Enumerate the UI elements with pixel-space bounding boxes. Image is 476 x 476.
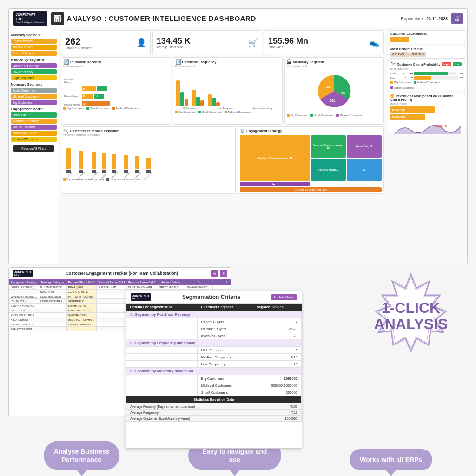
kpi-customers: 262 Total # of customers 👤	[61, 30, 151, 55]
kpi-customers-label: Total # of customers	[65, 46, 92, 50]
volume-discount-btn[interactable]: Volume Discount...	[11, 125, 57, 130]
segmentation-screenshot: JUMPSTARTEXO Segmentation Criteria Updat…	[126, 291, 302, 449]
recency-bar-chart: DormantBuyers Recent Buyers Inactive Buy…	[63, 69, 169, 106]
kpi-sales-label: Total Sales	[268, 46, 308, 49]
bubble-erp: Works with all ERPs	[350, 449, 432, 470]
frequency-legend: Big Customers Small Customers Midlevel C…	[175, 111, 281, 113]
monetary-segment-card: 🏛 Monetary Segment (# of customers)	[284, 57, 384, 125]
behavior-bar-chart: LARGE BAY TOTAL BRAND RELAX MEDI	[63, 138, 233, 177]
dashboard-header: JUMPSTART EXO Sales Intelligence Solutio…	[9, 9, 467, 28]
thanksgiving-btn[interactable]: Thanksgiving Disc...	[11, 131, 57, 136]
dashboard-sidebar: Recency Segment Recent Buyers Inactive B…	[9, 28, 59, 264]
customers-icon: 👤	[136, 38, 146, 48]
segmentation-table: Criteria For Segmentation Customer Segme…	[126, 304, 302, 422]
high-freq-btn[interactable]: High Frequency	[11, 75, 57, 80]
tracker-download-icon[interactable]: ⬇	[220, 270, 227, 277]
churn-title: 🔭 Customer Churn Probability High Low	[390, 62, 463, 66]
starburst-container: 1-CLICK ANALYSIS	[364, 270, 457, 363]
most-bought-card: Most Bought Product GST CASH... GST SALE	[388, 46, 465, 59]
tracker-header: JUMPSTARTEXO Customer Engagement Tracker…	[9, 268, 231, 279]
remove-filters-btn[interactable]: Remove All Filters	[13, 145, 54, 152]
purchase-frequency-card: 🔃 Purchase Frequency (# of customers)	[173, 57, 283, 125]
recency-title: Purchase Recency	[70, 60, 101, 64]
report-date: Report date : 23-11-2023	[401, 16, 448, 21]
behavior-legend: Avg Purchase Duration (In days) Days Sin…	[63, 178, 233, 181]
product-btn-2: GST SALE	[410, 52, 427, 57]
seg-row: Low Frequency 10	[126, 361, 302, 368]
whatsapp-btn[interactable]: Whatsapp message	[11, 119, 57, 124]
kpi-order-value: 134.45 K	[157, 37, 191, 46]
svg-text:52221.84 K: 52221.84 K	[436, 125, 447, 127]
seg-logo: JUMPSTARTEXO	[131, 293, 151, 301]
seg-row: Big Customers 1000000	[126, 375, 302, 382]
badge-text: 1-CLICK ANALYSIS	[374, 300, 448, 332]
svg-text:51: 51	[326, 85, 330, 88]
medium-freq-btn[interactable]: Medium Frequency	[11, 63, 57, 68]
seg-col-criteria: Criteria For Segmentation	[126, 304, 198, 311]
engagement-treemap: Product Offer message, 41 Volume Disco..…	[240, 135, 382, 186]
revenue-card: 📶 Revenue at Risk (based on Customer Chu…	[388, 93, 465, 134]
kpi-row: 262 Total # of customers 👤 134.45 K Aver…	[61, 30, 384, 55]
seg-section-b: B. Segment by Frequency dimension	[126, 339, 302, 347]
inactive-buyers-btn[interactable]: Inactive Buyers	[11, 45, 57, 50]
revenue-title: 📶 Revenue at Risk (based on Customer Chu…	[390, 94, 463, 101]
frequency-title: Frequency Segment	[11, 58, 57, 62]
seg-update-btn[interactable]: Update Model	[271, 294, 297, 300]
churn-high-badge: High	[442, 62, 451, 66]
revenue-chart: 507733.42 K 190690.97 K 52221.84 K 1,681…	[390, 106, 463, 134]
recency-legend: Big Customers Small Customers Midlevel C…	[63, 107, 169, 110]
seg-col-segment: Customer Segment	[197, 304, 253, 311]
seg-col-values: Segment Values	[253, 304, 301, 311]
tracker-print-icon[interactable]: 🖨	[211, 270, 218, 277]
kpi-order: 134.45 K Average Order Size 🛒	[152, 30, 262, 55]
main-wrapper: JUMPSTART EXO Sales Intelligence Solutio…	[0, 0, 476, 476]
dashboard-screenshot: JUMPSTART EXO Sales Intelligence Solutio…	[8, 8, 468, 264]
churn-high-row: High 6 7 52	[390, 76, 463, 80]
sales-icon: 👟	[370, 38, 380, 48]
seg-footer-row-3: Average Customer Size (Monetary Value) 1…	[126, 416, 302, 422]
col-product: Product Details	[157, 280, 185, 285]
recency-title: Recency Segment	[11, 33, 57, 37]
col-b: B	[185, 280, 212, 285]
churn-legend: Big Customers Midlevel Customers Small C…	[390, 81, 463, 89]
recent-buyers-btn[interactable]: Recent Buyers	[11, 39, 57, 44]
dashboard-body: Recency Segment Recent Buyers Inactive B…	[9, 28, 467, 264]
tracker-icons: 🖨 ⬇	[211, 270, 227, 277]
treemap-in: In...	[240, 182, 310, 186]
geo-card: Customer Location/Geo 0	[388, 30, 465, 44]
dashboard-title: ANALYSO : CUSTOMER INTELLIGENCE DASHBOAR…	[67, 14, 256, 22]
frequency-bar-chart	[175, 69, 281, 106]
product-buttons: GST CASH... GST SALE	[390, 52, 463, 57]
most-bought-title: Most Bought Product	[390, 47, 463, 51]
churn-card: 🔭 Customer Churn Probability High Low (#…	[388, 60, 465, 91]
seg-section-a: A. Segment by Purchase Recency	[126, 311, 302, 318]
print-icon[interactable]: 🖨	[451, 13, 463, 24]
geo-bar: 0	[390, 37, 409, 42]
seg-row: Inactive Buyers 70	[126, 332, 302, 339]
small-customers-btn[interactable]: Small Customers	[11, 88, 57, 93]
monetary-legend: Big Customers Small Customers Midlevel C…	[287, 114, 382, 117]
low-freq-btn[interactable]: Low Frequency	[11, 69, 57, 74]
svg-text:35: 35	[341, 92, 345, 95]
geo-title: Customer Location/Geo	[390, 32, 463, 35]
jumpstart-logo: JUMPSTART EXO Sales Intelligence Solutio…	[13, 11, 47, 26]
purchase-behavior-card: 🔍 Customer Purchase Behavior Whether Pur…	[61, 126, 236, 194]
product-offer-btn[interactable]: Product Offer mes...	[11, 137, 57, 142]
kpi-sales-value: 155.96 Mn	[268, 37, 308, 46]
seg-section-c: C. Segment by Monetary dimension	[126, 368, 302, 375]
general-engagement: General Engagement, 160	[240, 187, 382, 192]
big-customers-btn[interactable]: Big Customers	[11, 100, 57, 105]
dashboard-icon: 📊	[51, 12, 64, 25]
seg-footer-header: Statistics Based on Data	[126, 396, 302, 403]
seg-header: JUMPSTARTEXO Segmentation Criteria Updat…	[126, 291, 302, 304]
zoom-call-btn[interactable]: Zoom Call	[11, 112, 57, 118]
seg-title: Segmentation Criteria	[151, 294, 271, 300]
seg-row: Midlevel Customers 300000-1000000	[126, 382, 302, 389]
midlevel-btn[interactable]: Midlevel Customers	[11, 94, 57, 99]
seg-row: Medium Frequency 4-10	[126, 354, 302, 361]
dashboard-main-content: 262 Total # of customers 👤 134.45 K Aver…	[59, 28, 386, 264]
dormant-buyers-btn[interactable]: Dormant Buyers	[11, 51, 57, 56]
seg-row: Dormant Buyers 26-70	[126, 325, 302, 332]
treemap-product-offer: Product Offer message, 41	[240, 135, 310, 181]
frequency-title: Purchase Frequency	[182, 60, 217, 64]
